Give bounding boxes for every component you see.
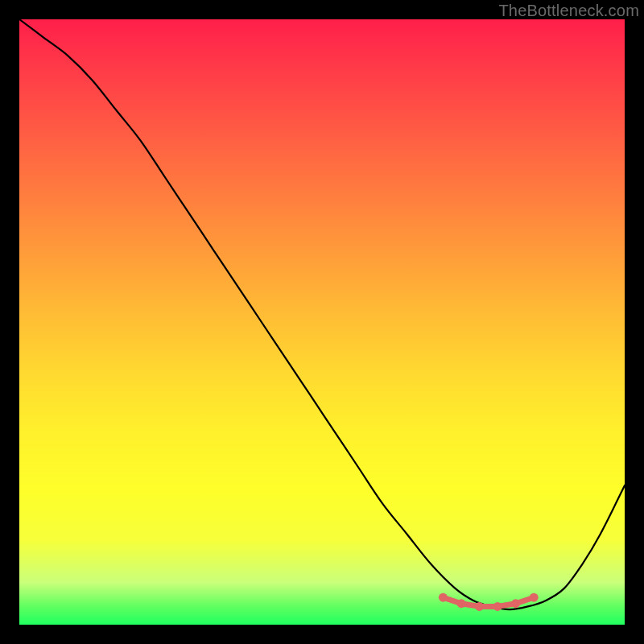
watermark-text: TheBottleneck.com (498, 2, 639, 20)
gradient-background (19, 19, 625, 625)
chart-frame (19, 19, 625, 625)
